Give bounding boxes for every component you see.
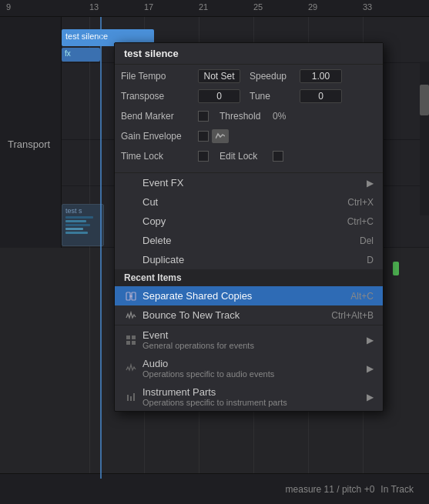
transport-label: Transport	[8, 139, 50, 150]
in-track-status: In Track	[380, 484, 414, 495]
prop-row-file-tempo: File Tempo Not Set Speedup 1.00	[121, 68, 377, 85]
ruler: 9 13 17 21 25 29 33	[0, 0, 429, 17]
audio-arrow-icon: ▶	[367, 363, 374, 374]
measure-status: measure 11 / pitch +0	[286, 484, 375, 495]
instrument-icon	[124, 392, 138, 402]
menu-item-delete[interactable]: Delete Del	[115, 231, 383, 250]
ruler-mark: 13	[89, 2, 99, 12]
grid-line	[89, 17, 90, 502]
track-clip-fx: fx	[62, 48, 100, 62]
bounce-wave-icon	[126, 310, 136, 321]
track-label-2	[0, 63, 62, 140]
ruler-mark: 33	[363, 2, 372, 12]
event-icon	[124, 335, 138, 345]
menu-item-event-sub: General operations for events	[142, 341, 254, 350]
audio-item-text: Audio Operations specific to audio event…	[142, 358, 274, 379]
ruler-mark: 25	[253, 2, 263, 12]
ruler-mark: 17	[144, 2, 153, 12]
menu-header: test silence	[115, 43, 383, 65]
speedup-value[interactable]: 1.00	[300, 69, 342, 83]
right-scrollbar[interactable]	[420, 62, 429, 215]
menu-item-delete-label: Delete	[142, 235, 172, 246]
svg-rect-5	[132, 335, 136, 339]
threshold-value[interactable]: 0%	[273, 111, 286, 122]
menu-item-instrument-label: Instrument Parts	[142, 386, 287, 398]
menu-item-instrument-parts[interactable]: Instrument Parts Operations specific to …	[115, 382, 383, 411]
prop-row-bend-marker: Bend Marker Threshold 0%	[121, 108, 377, 125]
menu-item-event[interactable]: Event General operations for events ▶	[115, 325, 383, 354]
menu-item-cut[interactable]: Cut Ctrl+X	[115, 192, 383, 212]
event-item-text: Event General operations for events	[142, 329, 254, 350]
event-grid-icon	[126, 335, 136, 345]
menu-item-audio-sub: Operations specific to audio events	[142, 369, 274, 379]
menu-item-cut-label: Cut	[142, 196, 158, 208]
menu-item-audio-label: Audio	[142, 358, 274, 369]
menu-item-bounce[interactable]: Bounce To New Track Ctrl+Alt+B	[115, 305, 383, 325]
edit-lock-checkbox[interactable]	[273, 151, 283, 162]
audio-icon	[124, 363, 138, 374]
menu-item-event-fx-label: Event FX	[142, 177, 183, 189]
playhead	[100, 17, 102, 479]
svg-rect-10	[133, 393, 135, 401]
menu-item-separate-label: Separate Shared Copies	[142, 290, 252, 302]
small-track[interactable]: test s	[62, 204, 104, 246]
tune-label: Tune	[250, 91, 300, 102]
menu-item-separate-shared[interactable]: Separate Shared Copies Alt+C	[115, 286, 383, 305]
transpose-value[interactable]: 0	[198, 89, 240, 103]
prop-row-transpose: Transpose 0 Tune 0	[121, 88, 377, 105]
scrollbar-thumb[interactable]	[420, 85, 429, 115]
menu-item-bounce-label: Bounce To New Track	[142, 309, 240, 321]
menu-item-recent-items: Recent Items	[115, 269, 383, 286]
gain-envelope-checkbox[interactable]	[198, 131, 209, 142]
menu-item-duplicate-label: Duplicate	[142, 254, 184, 265]
prop-row-gain-envelope: Gain Envelope	[121, 128, 377, 145]
edit-lock-label: Edit Lock	[220, 151, 270, 162]
speedup-label: Speedup	[250, 71, 300, 82]
delete-shortcut: Del	[360, 235, 374, 246]
gain-envelope-icon-btn[interactable]	[212, 129, 229, 143]
audio-wave-icon	[126, 363, 136, 374]
svg-rect-4	[126, 335, 130, 339]
copy-shortcut: Ctrl+C	[347, 216, 374, 227]
time-lock-label: Time Lock	[121, 151, 198, 162]
small-track-label: test s	[65, 207, 82, 215]
bend-marker-label: Bend Marker	[121, 111, 198, 122]
menu-properties: File Tempo Not Set Speedup 1.00 Transpos…	[115, 65, 383, 173]
green-strip-accent	[393, 262, 399, 275]
prop-row-time-lock: Time Lock Edit Lock	[121, 148, 377, 165]
menu-item-duplicate[interactable]: Duplicate D	[115, 250, 383, 269]
separate-shared-icon	[126, 291, 136, 302]
gain-envelope-icon	[216, 132, 225, 140]
event-arrow-icon: ▶	[367, 335, 374, 345]
svg-rect-7	[132, 341, 136, 345]
bend-marker-checkbox[interactable]	[198, 111, 209, 122]
menu-item-copy-label: Copy	[142, 215, 166, 227]
status-bar: measure 11 / pitch +0 In Track	[0, 473, 429, 504]
context-menu: test silence File Tempo Not Set Speedup …	[114, 42, 384, 412]
separate-icon	[124, 291, 138, 302]
recent-items-label: Recent Items	[124, 272, 182, 283]
ruler-mark: 29	[308, 2, 317, 12]
track-label-4	[0, 186, 62, 248]
transpose-label: Transpose	[121, 91, 198, 102]
instrument-item-text: Instrument Parts Operations specific to …	[142, 386, 287, 407]
file-tempo-value[interactable]: Not Set	[198, 69, 240, 83]
threshold-label: Threshold	[220, 111, 270, 122]
time-lock-checkbox[interactable]	[198, 151, 209, 162]
menu-item-event-label: Event	[142, 329, 254, 341]
gain-envelope-label: Gain Envelope	[121, 131, 198, 142]
tune-value[interactable]: 0	[300, 89, 342, 103]
menu-item-event-fx[interactable]: Event FX ▶	[115, 173, 383, 192]
svg-rect-9	[130, 396, 132, 401]
menu-item-audio[interactable]: Audio Operations specific to audio event…	[115, 354, 383, 382]
cut-shortcut: Ctrl+X	[347, 197, 374, 208]
menu-item-copy[interactable]: Copy Ctrl+C	[115, 212, 383, 231]
event-fx-arrow-icon: ▶	[367, 178, 374, 189]
menu-item-instrument-sub: Operations specific to instrument parts	[142, 398, 287, 407]
ruler-mark: 9	[6, 2, 11, 12]
separate-shortcut: Alt+C	[350, 291, 374, 302]
bounce-icon	[124, 310, 138, 321]
instrument-bars-icon	[126, 392, 136, 402]
svg-rect-6	[126, 341, 130, 345]
bounce-shortcut: Ctrl+Alt+B	[331, 310, 374, 321]
